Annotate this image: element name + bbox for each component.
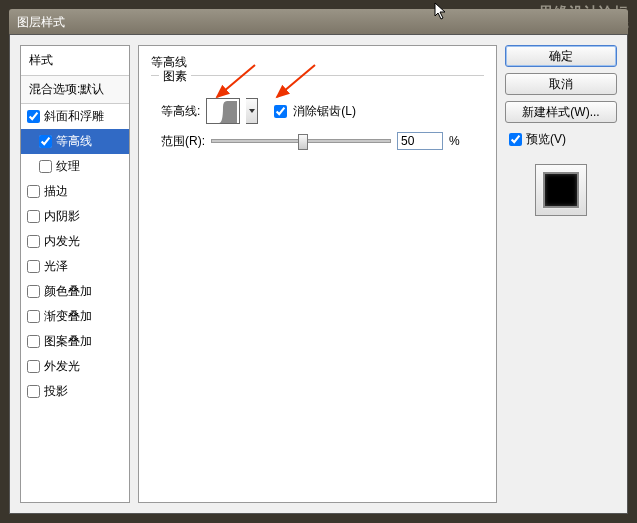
style-item[interactable]: 内阴影 xyxy=(21,204,129,229)
style-item-label: 斜面和浮雕 xyxy=(44,108,104,125)
style-item-checkbox[interactable] xyxy=(39,135,52,148)
range-label: 范围(R): xyxy=(161,133,205,150)
style-item[interactable]: 外发光 xyxy=(21,354,129,379)
style-item[interactable]: 图案叠加 xyxy=(21,329,129,354)
layer-style-dialog: 样式 混合选项:默认 斜面和浮雕等高线纹理描边内阴影内发光光泽颜色叠加渐变叠加图… xyxy=(9,34,628,514)
range-unit: % xyxy=(449,134,460,148)
new-style-button[interactable]: 新建样式(W)... xyxy=(505,101,617,123)
cancel-button[interactable]: 取消 xyxy=(505,73,617,95)
style-item[interactable]: 投影 xyxy=(21,379,129,404)
range-slider[interactable] xyxy=(211,139,391,143)
style-item-label: 图案叠加 xyxy=(44,333,92,350)
style-item-label: 等高线 xyxy=(56,133,92,150)
style-item-checkbox[interactable] xyxy=(27,385,40,398)
style-item-label: 渐变叠加 xyxy=(44,308,92,325)
preview-thumbnail-inner xyxy=(543,172,579,208)
style-item[interactable]: 等高线 xyxy=(21,129,129,154)
style-item-label: 颜色叠加 xyxy=(44,283,92,300)
elements-fieldset: 图素 等高线: 消除锯齿(L) 范围( xyxy=(151,75,484,168)
contour-label: 等高线: xyxy=(161,103,200,120)
range-slider-thumb[interactable] xyxy=(298,134,308,150)
style-item-label: 投影 xyxy=(44,383,68,400)
style-item[interactable]: 描边 xyxy=(21,179,129,204)
style-item-label: 描边 xyxy=(44,183,68,200)
preview-label: 预览(V) xyxy=(526,131,566,148)
antialias-label: 消除锯齿(L) xyxy=(293,103,356,120)
style-item[interactable]: 光泽 xyxy=(21,254,129,279)
ok-button[interactable]: 确定 xyxy=(505,45,617,67)
contour-picker[interactable] xyxy=(206,98,240,124)
contour-dropdown[interactable] xyxy=(246,98,258,124)
blend-options-row[interactable]: 混合选项:默认 xyxy=(21,76,129,104)
preview-thumbnail xyxy=(535,164,587,216)
style-item[interactable]: 内发光 xyxy=(21,229,129,254)
antialias-checkbox[interactable] xyxy=(274,105,287,118)
style-item-checkbox[interactable] xyxy=(27,185,40,198)
style-item[interactable]: 颜色叠加 xyxy=(21,279,129,304)
style-item-checkbox[interactable] xyxy=(27,310,40,323)
style-item-label: 内发光 xyxy=(44,233,80,250)
style-item-checkbox[interactable] xyxy=(27,210,40,223)
group-title: 等高线 xyxy=(151,54,484,71)
style-item-checkbox[interactable] xyxy=(27,110,40,123)
style-item-label: 外发光 xyxy=(44,358,80,375)
style-item-checkbox[interactable] xyxy=(27,360,40,373)
style-item-label: 内阴影 xyxy=(44,208,80,225)
settings-panel: 等高线 图素 等高线: 消除锯齿(L) xyxy=(138,45,497,503)
dialog-buttons: 确定 取消 新建样式(W)... 预览(V) xyxy=(505,45,617,503)
preview-checkbox[interactable] xyxy=(509,133,522,146)
style-item-checkbox[interactable] xyxy=(27,285,40,298)
style-item[interactable]: 斜面和浮雕 xyxy=(21,104,129,129)
dialog-titlebar: 图层样式 xyxy=(9,9,628,34)
style-item-checkbox[interactable] xyxy=(39,160,52,173)
style-item[interactable]: 渐变叠加 xyxy=(21,304,129,329)
styles-header: 样式 xyxy=(21,46,129,76)
style-item-checkbox[interactable] xyxy=(27,260,40,273)
style-item-label: 光泽 xyxy=(44,258,68,275)
range-input[interactable] xyxy=(397,132,443,150)
style-item-checkbox[interactable] xyxy=(27,235,40,248)
style-item-label: 纹理 xyxy=(56,158,80,175)
styles-list: 样式 混合选项:默认 斜面和浮雕等高线纹理描边内阴影内发光光泽颜色叠加渐变叠加图… xyxy=(20,45,130,503)
style-item[interactable]: 纹理 xyxy=(21,154,129,179)
fieldset-legend: 图素 xyxy=(159,68,191,85)
style-item-checkbox[interactable] xyxy=(27,335,40,348)
